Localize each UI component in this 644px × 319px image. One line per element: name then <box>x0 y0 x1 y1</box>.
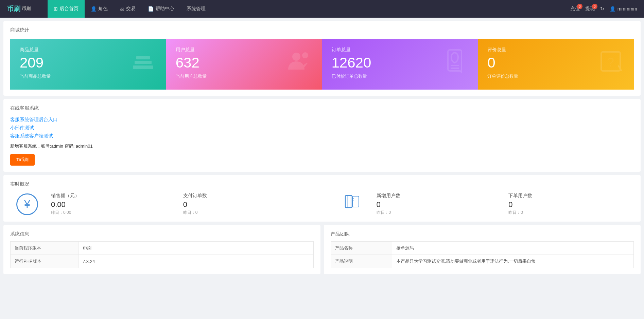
product-team-panel: 产品团队 产品名称 抢单源码 产品说明 本产品只为学习测试交流,请勿要做商业或者… <box>324 225 641 274</box>
product-team-table: 产品名称 抢单源码 产品说明 本产品只为学习测试交流,请勿要做商业或者用于违法行… <box>331 241 634 268</box>
service-link-3[interactable]: 客服系统客户端测试 <box>10 133 634 139</box>
sys-label-1: 运行PHP版本 <box>11 255 79 268</box>
table-row: 产品名称 抢单源码 <box>331 242 634 255</box>
svg-rect-2 <box>136 56 150 59</box>
system-info-title: 系统信息 <box>10 231 314 237</box>
new-users-stat: 新增用户数 0 昨日：0 <box>370 193 502 215</box>
refresh-icon: ↻ <box>600 6 604 12</box>
orders-label: 支付订单数 <box>183 193 302 199</box>
products-icon <box>129 48 157 80</box>
orders-stat: 支付订单数 0 昨日：0 <box>176 193 309 215</box>
nav-label-help: 帮助中心 <box>155 6 174 12</box>
user-avatar-icon: 👤 <box>610 6 615 12</box>
realtime-title: 实时概况 <box>10 181 634 187</box>
withdraw-badge: 0 <box>592 4 597 9</box>
nav-item-role[interactable]: 👤 角色 <box>85 0 114 18</box>
service-links: 客服系统管理后台入口 小部件测试 客服系统客户端测试 <box>10 117 634 139</box>
product-team-title: 产品团队 <box>331 231 634 237</box>
sales-label: 销售额（元） <box>51 193 170 199</box>
svg-text:?: ? <box>607 55 614 69</box>
stat-card-products: 商品总量 209 当前商品总数量 <box>10 39 166 90</box>
user-menu[interactable]: 👤 mmmmm <box>610 6 637 12</box>
help-icon: 📄 <box>148 6 154 12</box>
svg-rect-11 <box>347 195 350 208</box>
navbar-menu: ⊞ 后台首页 👤 角色 ⚖ 交易 📄 帮助中心 系统管理 <box>48 0 570 18</box>
realtime-grid: ¥ 销售额（元） 0.00 昨日：0.00 支付订单数 0 昨日：0 <box>10 193 634 215</box>
stats-section: 商城统计 商品总量 209 当前商品总数量 用户总量 <box>3 21 641 96</box>
withdraw-btn[interactable]: 提现 0 <box>585 6 595 12</box>
service-button[interactable]: Ti币刷 <box>10 154 35 166</box>
sales-yesterday: 昨日：0.00 <box>51 210 170 215</box>
yen-icon-block: ¥ <box>10 193 44 215</box>
bottom-panels: 系统信息 当前程序版本 币刷 运行PHP版本 7.3.24 产品团队 产品名称 … <box>3 225 641 274</box>
prod-value-1: 本产品只为学习测试交流,请勿要做商业或者用于违法行为,一切后果自负 <box>392 255 634 268</box>
order-users-value: 0 <box>508 200 627 209</box>
recharge-badge: 0 <box>577 4 582 9</box>
service-link-1[interactable]: 客服系统管理后台入口 <box>10 117 634 123</box>
yen-circle-icon: ¥ <box>16 193 38 215</box>
prod-value-0: 抢单源码 <box>392 242 634 255</box>
stats-title: 商城统计 <box>10 27 634 33</box>
orders-value: 0 <box>183 200 302 209</box>
nav-item-home[interactable]: ⊞ 后台首页 <box>48 0 85 18</box>
service-section: 在线客服系统 客服系统管理后台入口 小部件测试 客服系统客户端测试 新增客服系统… <box>3 99 641 172</box>
service-link-2[interactable]: 小部件测试 <box>10 125 634 131</box>
nav-item-system[interactable]: 系统管理 <box>180 0 212 18</box>
new-users-value: 0 <box>377 200 495 209</box>
nav-label-role: 角色 <box>98 6 108 12</box>
phone-icon <box>343 194 363 214</box>
phone-icon-block <box>336 194 370 214</box>
role-icon: 👤 <box>91 6 97 12</box>
stat-cards: 商品总量 209 当前商品总数量 用户总量 632 当前用户总数量 <box>10 39 634 90</box>
prod-label-0: 产品名称 <box>331 242 392 255</box>
home-icon: ⊞ <box>54 6 58 12</box>
table-row: 产品说明 本产品只为学习测试交流,请勿要做商业或者用于违法行为,一切后果自负 <box>331 255 634 268</box>
svg-point-3 <box>292 53 300 61</box>
sys-label-0: 当前程序版本 <box>11 242 79 255</box>
nav-label-home: 后台首页 <box>59 6 79 12</box>
svg-rect-0 <box>133 65 153 69</box>
users-icon <box>285 48 313 80</box>
nav-item-trade[interactable]: ⚖ 交易 <box>114 0 142 18</box>
service-note: 新增客服系统，账号:admin 密码: admin01 <box>10 143 634 149</box>
logo-sub: 币刷 <box>22 6 31 12</box>
svg-rect-10 <box>345 195 352 208</box>
new-users-label: 新增用户数 <box>377 193 495 199</box>
sys-value-0: 币刷 <box>79 242 314 255</box>
order-users-label: 下单用户数 <box>508 193 627 199</box>
refresh-btn[interactable]: ↻ <box>600 6 604 12</box>
system-info-table: 当前程序版本 币刷 运行PHP版本 7.3.24 <box>10 241 314 268</box>
navbar: 币刷 币刷 ⊞ 后台首页 👤 角色 ⚖ 交易 📄 帮助中心 系统管理 充值 0 … <box>0 0 644 18</box>
orders-yesterday: 昨日：0 <box>183 210 302 215</box>
new-users-yesterday: 昨日：0 <box>377 210 495 215</box>
table-row: 当前程序版本 币刷 <box>11 242 314 255</box>
stat-card-users: 用户总量 632 当前用户总数量 <box>166 39 322 90</box>
sales-value: 0.00 <box>51 200 170 209</box>
realtime-section: 实时概况 ¥ 销售额（元） 0.00 昨日：0.00 支付订单数 0 昨日：0 <box>3 175 641 222</box>
orders-icon <box>441 48 468 80</box>
sales-stat: 销售额（元） 0.00 昨日：0.00 <box>44 193 176 215</box>
main-content: 商城统计 商品总量 209 当前商品总数量 用户总量 <box>0 21 644 274</box>
system-info-panel: 系统信息 当前程序版本 币刷 运行PHP版本 7.3.24 <box>3 225 320 274</box>
svg-point-4 <box>302 52 308 58</box>
brand: 币刷 币刷 <box>0 0 48 18</box>
svg-rect-1 <box>135 61 152 64</box>
sys-value-1: 7.3.24 <box>79 255 314 268</box>
nav-label-trade: 交易 <box>126 6 136 12</box>
table-row: 运行PHP版本 7.3.24 <box>11 255 314 268</box>
stat-card-orders: 订单总量 12620 已付款订单总数量 <box>322 39 478 90</box>
prod-label-1: 产品说明 <box>331 255 392 268</box>
navbar-right: 充值 0 提现 0 ↻ 👤 mmmmm <box>570 6 644 12</box>
order-users-stat: 下单用户数 0 昨日：0 <box>502 193 634 215</box>
recharge-btn[interactable]: 充值 0 <box>570 6 580 12</box>
order-users-yesterday: 昨日：0 <box>508 210 627 215</box>
service-title: 在线客服系统 <box>10 105 634 111</box>
username-label: mmmmm <box>617 6 637 12</box>
reviews-icon: ? <box>597 48 624 80</box>
logo-text: 币刷 <box>7 4 20 14</box>
svg-rect-14 <box>353 196 359 207</box>
nav-label-system: 系统管理 <box>187 6 206 12</box>
trade-icon: ⚖ <box>120 6 124 12</box>
stat-card-reviews: 评价总量 0 订单评价总数量 ? <box>478 39 634 90</box>
nav-item-help[interactable]: 📄 帮助中心 <box>142 0 180 18</box>
